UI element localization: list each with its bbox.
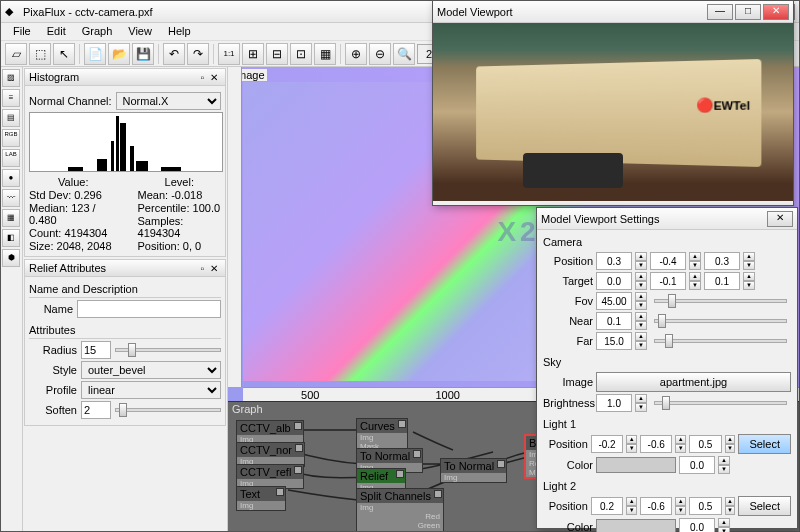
node-curves[interactable]: CurvesImgMask (356, 418, 408, 452)
menu-edit[interactable]: Edit (39, 23, 74, 40)
soften-input[interactable] (81, 401, 111, 419)
campos-x[interactable]: 0.3 (596, 252, 632, 270)
select-icon[interactable]: ⬚ (29, 43, 51, 65)
menu-help[interactable]: Help (160, 23, 199, 40)
graph-label: Graph (232, 403, 263, 415)
tool-layers-icon[interactable]: ≡ (2, 89, 20, 107)
menu-graph[interactable]: Graph (74, 23, 121, 40)
save-icon[interactable]: 💾 (132, 43, 154, 65)
radius-slider[interactable] (115, 348, 221, 352)
fov-input[interactable]: 45.00 (596, 292, 632, 310)
soften-label: Soften (29, 404, 77, 416)
l1-z[interactable]: 0.5 (689, 435, 721, 453)
panel-close-icon[interactable]: ✕ (207, 263, 221, 274)
panel-float-icon[interactable]: ▫ (197, 72, 207, 83)
panel-float-icon[interactable]: ▫ (197, 263, 207, 274)
histogram-canvas[interactable] (29, 112, 223, 172)
settings-window[interactable]: Model Viewport Settings✕ Camera Position… (536, 207, 798, 529)
near-slider[interactable] (654, 319, 787, 323)
viewport-3d[interactable]: 🔴EWTel (433, 23, 793, 201)
radius-label: Radius (29, 344, 77, 356)
skyimg-label: Image (543, 376, 593, 388)
menu-view[interactable]: View (120, 23, 160, 40)
campos-y[interactable]: -0.4 (650, 252, 686, 270)
grid1-icon[interactable]: ⊞ (242, 43, 264, 65)
stat-position: Position: 0, 0 (138, 240, 221, 252)
fov-slider[interactable] (654, 299, 787, 303)
attr-label: Attributes (29, 322, 221, 339)
l2-x[interactable]: 0.2 (591, 497, 623, 515)
grid3-icon[interactable]: ⊡ (290, 43, 312, 65)
redo-icon[interactable]: ↷ (187, 43, 209, 65)
viewport-title: Model Viewport (437, 6, 707, 18)
node-text[interactable]: TextImg (236, 486, 286, 511)
viewport-window[interactable]: Model Viewport —□✕ 🔴EWTel (432, 0, 794, 206)
name-input[interactable] (77, 300, 221, 318)
camera-mount (523, 153, 623, 188)
campos-z[interactable]: 0.3 (704, 252, 740, 270)
tool-cube-icon[interactable]: ◧ (2, 229, 20, 247)
l1-x[interactable]: -0.2 (591, 435, 623, 453)
name-desc-label: Name and Description (29, 281, 221, 298)
zoom-icon[interactable]: 🔍 (393, 43, 415, 65)
profile-select[interactable]: linear (81, 381, 221, 399)
style-select[interactable]: outer_bevel (81, 361, 221, 379)
tool-rgb-icon[interactable]: RGB (2, 129, 20, 147)
value-header: Value: (29, 176, 118, 188)
zoomout-icon[interactable]: ⊖ (369, 43, 391, 65)
tool-checker-icon[interactable]: ▨ (2, 69, 20, 87)
fit-icon[interactable]: 1:1 (218, 43, 240, 65)
l2-color[interactable] (596, 519, 676, 532)
open-icon[interactable]: 📂 (108, 43, 130, 65)
camtgt-y[interactable]: -0.1 (650, 272, 686, 290)
tool-graph-icon[interactable]: 〰 (2, 189, 20, 207)
doc-icon[interactable]: 📄 (84, 43, 106, 65)
far-input[interactable]: 15.0 (596, 332, 632, 350)
tool-3d-icon[interactable]: ⬢ (2, 249, 20, 267)
tool-grid-icon[interactable]: ▦ (2, 209, 20, 227)
left-panels: Histogram▫✕ Normal Channel:Normal.X (23, 67, 228, 531)
vp-max-button[interactable]: □ (735, 4, 761, 20)
grid2-icon[interactable]: ⊟ (266, 43, 288, 65)
l1-select-button[interactable]: Select (738, 434, 791, 454)
panel-close-icon[interactable]: ✕ (207, 72, 221, 83)
undo-icon[interactable]: ↶ (163, 43, 185, 65)
camtgt-x[interactable]: 0.0 (596, 272, 632, 290)
camtgt-z[interactable]: 0.1 (704, 272, 740, 290)
watermark: X2 (497, 216, 539, 248)
near-label: Near (543, 315, 593, 327)
light1-section: Light 1 (537, 416, 797, 432)
set-close-button[interactable]: ✕ (767, 211, 793, 227)
tool-blend-icon[interactable]: ▤ (2, 109, 20, 127)
new-icon[interactable]: ▱ (5, 43, 27, 65)
grid4-icon[interactable]: ▦ (314, 43, 336, 65)
stat-stddev: Std Dev: 0.296 (29, 189, 118, 201)
l1-y[interactable]: -0.6 (640, 435, 672, 453)
l2-z[interactable]: 0.5 (689, 497, 721, 515)
stat-median: Median: 123 / 0.480 (29, 202, 118, 226)
tool-lab-icon[interactable]: LAB (2, 149, 20, 167)
l1-color[interactable] (596, 457, 676, 473)
far-slider[interactable] (654, 339, 787, 343)
l2-select-button[interactable]: Select (738, 496, 791, 516)
soften-slider[interactable] (115, 408, 221, 412)
node-tonormal2[interactable]: To NormalImg (440, 458, 507, 483)
vp-min-button[interactable]: — (707, 4, 733, 20)
channel-select[interactable]: Normal.X (116, 92, 221, 110)
stat-count: Count: 4194304 (29, 227, 118, 239)
bright-slider[interactable] (654, 401, 787, 405)
bright-input[interactable]: 1.0 (596, 394, 632, 412)
node-split[interactable]: Split ChannelsImgRedGreenBlueempty (356, 488, 444, 531)
spin-icon[interactable]: ▲▼ (635, 252, 647, 270)
channel-label: Normal Channel: (29, 95, 112, 107)
tool-sphere-icon[interactable]: ● (2, 169, 20, 187)
menu-file[interactable]: File (5, 23, 39, 40)
near-input[interactable]: 0.1 (596, 312, 632, 330)
vp-close-button[interactable]: ✕ (763, 4, 789, 20)
skyimg-button[interactable]: apartment.jpg (596, 372, 791, 392)
ruler-vertical (228, 67, 242, 387)
l2-y[interactable]: -0.6 (640, 497, 672, 515)
zoomin-icon[interactable]: ⊕ (345, 43, 367, 65)
pointer-icon[interactable]: ↖ (53, 43, 75, 65)
radius-input[interactable] (81, 341, 111, 359)
